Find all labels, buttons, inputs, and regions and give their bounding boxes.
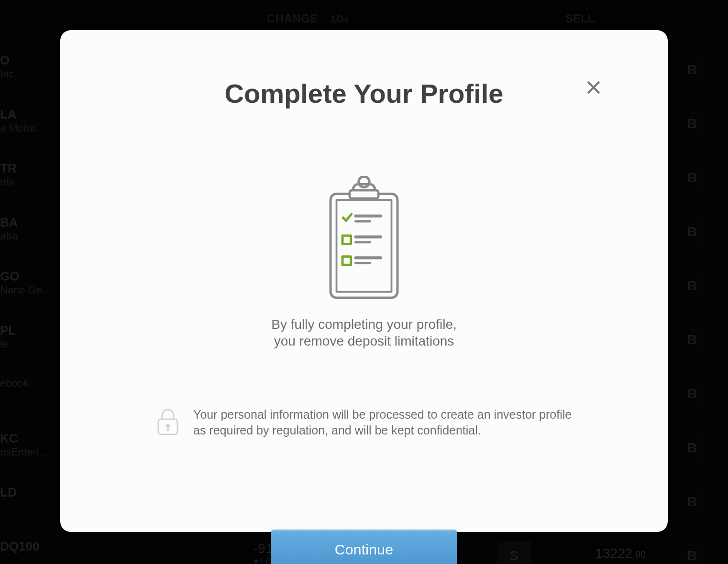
svg-rect-0 <box>331 194 397 298</box>
privacy-text: Your personal information will be proces… <box>193 407 572 439</box>
svg-rect-6 <box>342 236 351 244</box>
svg-rect-9 <box>342 257 351 265</box>
clipboard-icon <box>328 176 400 302</box>
modal-description: By fully completing your profile, you re… <box>264 316 464 349</box>
close-button[interactable] <box>582 76 606 99</box>
privacy-note: Your personal information will be proces… <box>156 407 572 439</box>
svg-rect-14 <box>167 427 169 431</box>
modal-title: Complete Your Profile <box>89 78 639 109</box>
lock-icon <box>156 407 180 438</box>
close-icon <box>586 80 601 95</box>
complete-profile-modal: Complete Your Profile By fully completin… <box>60 30 668 532</box>
svg-rect-1 <box>337 200 392 292</box>
svg-rect-2 <box>350 190 378 199</box>
svg-point-3 <box>359 176 370 187</box>
continue-button[interactable]: Continue <box>271 530 457 564</box>
